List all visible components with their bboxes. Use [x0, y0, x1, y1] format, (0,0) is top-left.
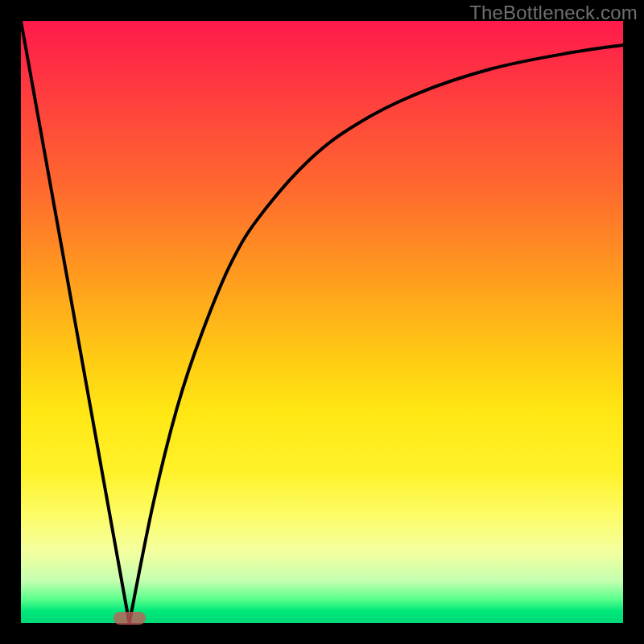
- curve-right: [130, 45, 623, 623]
- curve-left-line: [21, 21, 130, 623]
- chart-curves: [21, 21, 623, 623]
- chart-plot-area: [21, 21, 623, 623]
- chart-frame: TheBottleneck.com: [0, 0, 644, 644]
- bottleneck-marker: [114, 612, 146, 625]
- watermark-text: TheBottleneck.com: [469, 2, 638, 24]
